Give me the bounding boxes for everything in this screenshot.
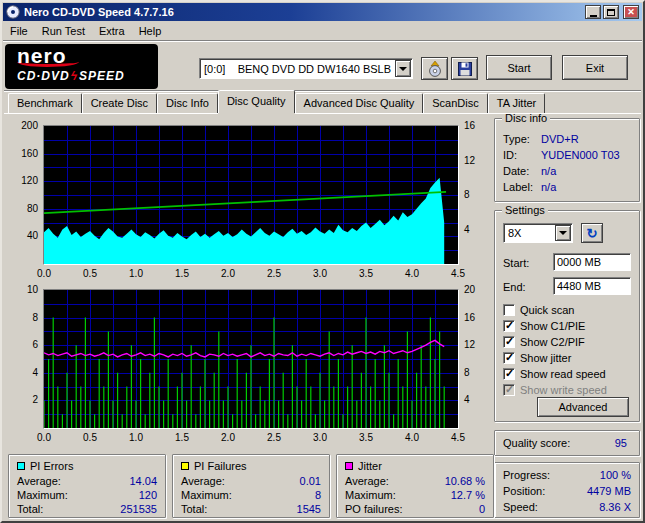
minimize-icon bbox=[590, 15, 597, 17]
menu-extra[interactable]: Extra bbox=[92, 23, 132, 39]
axis-tick: 4.5 bbox=[447, 432, 469, 443]
menu-run-test[interactable]: Run Test bbox=[35, 23, 92, 39]
menu-file[interactable]: File bbox=[3, 23, 35, 39]
stat-value: 10.68 % bbox=[445, 475, 485, 487]
stat-label: Total: bbox=[181, 503, 207, 515]
checkbox-icon bbox=[503, 320, 515, 332]
product-name: CD·DVDϟSPEED bbox=[17, 69, 158, 83]
checkbox-show-jitter[interactable]: Show jitter bbox=[503, 351, 571, 365]
stat-label: Maximum: bbox=[181, 489, 232, 501]
end-mb-label: End: bbox=[503, 281, 526, 293]
axis-tick: 4.0 bbox=[401, 268, 423, 279]
scan-speed-dropdown-button[interactable] bbox=[555, 225, 571, 241]
tab-scandisc[interactable]: ScanDisc bbox=[423, 93, 487, 113]
jitter-legend-icon bbox=[345, 462, 353, 470]
axis-tick: 2.0 bbox=[217, 432, 239, 443]
quality-score-value: 95 bbox=[615, 437, 627, 449]
pi-failures-title: PI Failures bbox=[194, 460, 247, 472]
stat-value: 8 bbox=[315, 489, 321, 501]
axis-tick: 2 bbox=[32, 394, 38, 405]
tab-benchmark[interactable]: Benchmark bbox=[8, 93, 82, 113]
stat-label: Total: bbox=[17, 503, 43, 515]
disc-label-label: Label: bbox=[503, 181, 533, 193]
refresh-button[interactable] bbox=[581, 223, 603, 243]
axis-tick: 8 bbox=[464, 367, 470, 378]
pi-errors-stats-group: PI Errors Average: 14.04 Maximum: 120 To… bbox=[8, 454, 166, 518]
tab-advanced-disc-quality[interactable]: Advanced Disc Quality bbox=[295, 93, 424, 113]
stat-label: PO failures: bbox=[345, 503, 402, 515]
checkbox-show-c2-pif[interactable]: Show C2/PIF bbox=[503, 335, 585, 349]
chevron-down-icon bbox=[559, 231, 567, 235]
eject-disc-button[interactable] bbox=[421, 57, 448, 80]
axis-tick: 0.0 bbox=[33, 432, 55, 443]
app-icon bbox=[6, 5, 20, 19]
quality-score-label: Quality score: bbox=[503, 437, 570, 449]
window-title: Nero CD-DVD Speed 4.7.7.16 bbox=[24, 6, 585, 18]
maximize-button[interactable] bbox=[603, 5, 619, 19]
start-button[interactable]: Start bbox=[486, 55, 552, 80]
axis-tick: 1.0 bbox=[125, 432, 147, 443]
checkbox-label: Show C1/PIE bbox=[520, 320, 585, 332]
nero-logo: nero CD·DVDϟSPEED bbox=[5, 44, 158, 89]
axis-tick: 80 bbox=[27, 203, 38, 214]
close-button[interactable]: ✕ bbox=[623, 5, 639, 19]
stat-value: 0 bbox=[479, 503, 485, 515]
toolbar-divider bbox=[4, 90, 641, 92]
checkbox-label: Show read speed bbox=[520, 368, 606, 380]
axis-tick: 1.0 bbox=[125, 268, 147, 279]
axis-tick: 4.5 bbox=[447, 268, 469, 279]
end-mb-field[interactable] bbox=[553, 277, 631, 295]
jitter-stats-group: Jitter Average: 10.68 % Maximum: 12.7 % … bbox=[336, 454, 494, 518]
checkbox-quick-scan[interactable]: Quick scan bbox=[503, 303, 574, 317]
advanced-button[interactable]: Advanced bbox=[537, 397, 629, 417]
stat-value: 120 bbox=[139, 489, 157, 501]
disc-type-value: DVD+R bbox=[541, 133, 579, 145]
stat-label: Maximum: bbox=[345, 489, 396, 501]
pi-errors-chart-canvas bbox=[44, 126, 458, 264]
checkbox-label: Show C2/PIF bbox=[520, 336, 585, 348]
pi-failures-chart-canvas bbox=[44, 290, 458, 428]
checkbox-show-read-speed[interactable]: Show read speed bbox=[503, 367, 606, 381]
axis-tick: 12 bbox=[464, 155, 475, 166]
tab-disc-quality[interactable]: Disc Quality bbox=[218, 90, 295, 113]
disc-date-label: Date: bbox=[503, 165, 529, 177]
axis-tick: 1.5 bbox=[171, 268, 193, 279]
top-chart-frame bbox=[43, 125, 459, 265]
title-bar[interactable]: Nero CD-DVD Speed 4.7.7.16 ✕ bbox=[3, 3, 642, 21]
start-mb-field[interactable] bbox=[553, 253, 631, 271]
axis-tick: 16 bbox=[464, 312, 475, 323]
scan-speed-select[interactable]: 8X bbox=[503, 223, 573, 243]
start-button-label: Start bbox=[507, 62, 530, 74]
stat-label: Average: bbox=[181, 475, 225, 487]
axis-tick: 2.5 bbox=[263, 432, 285, 443]
disc-label-value: n/a bbox=[541, 181, 556, 193]
menu-help[interactable]: Help bbox=[132, 23, 169, 39]
checkbox-show-write-speed: Show write speed bbox=[503, 383, 607, 397]
axis-tick: 200 bbox=[21, 120, 38, 131]
axis-tick: 8 bbox=[464, 189, 470, 200]
checkbox-icon bbox=[503, 304, 515, 316]
exit-button[interactable]: Exit bbox=[562, 55, 628, 80]
minimize-button[interactable] bbox=[585, 5, 601, 19]
checkbox-icon bbox=[503, 352, 515, 364]
drive-select[interactable]: [0:0] BENQ DVD DD DW1640 BSLB bbox=[199, 58, 413, 79]
tab-disc-info[interactable]: Disc Info bbox=[157, 93, 218, 113]
checkbox-show-c1-pie[interactable]: Show C1/PIE bbox=[503, 319, 585, 333]
axis-tick: 12 bbox=[464, 339, 475, 350]
disc-id-value: YUDEN000 T03 bbox=[541, 149, 620, 161]
tab-create-disc[interactable]: Create Disc bbox=[82, 93, 157, 113]
bottom-chart-left-axis: 108642 bbox=[14, 290, 40, 428]
drive-select-value: [0:0] BENQ DVD DD DW1640 BSLB bbox=[200, 63, 395, 75]
jitter-title: Jitter bbox=[358, 460, 382, 472]
stat-label: Average: bbox=[17, 475, 61, 487]
top-chart-right-axis: 161284 bbox=[462, 126, 488, 264]
pi-failures-stats-group: PI Failures Average: 0.01 Maximum: 8 Tot… bbox=[172, 454, 330, 518]
top-chart-x-axis: 0.00.51.01.52.02.53.03.54.04.5 bbox=[43, 268, 459, 280]
advanced-button-label: Advanced bbox=[559, 401, 608, 413]
chevron-down-icon bbox=[399, 67, 407, 71]
save-button[interactable] bbox=[451, 57, 478, 80]
pi-errors-legend-icon bbox=[17, 462, 25, 470]
drive-select-dropdown-button[interactable] bbox=[395, 60, 411, 77]
checkbox-icon bbox=[503, 384, 515, 396]
tab-ta-jitter[interactable]: TA Jitter bbox=[488, 93, 546, 113]
